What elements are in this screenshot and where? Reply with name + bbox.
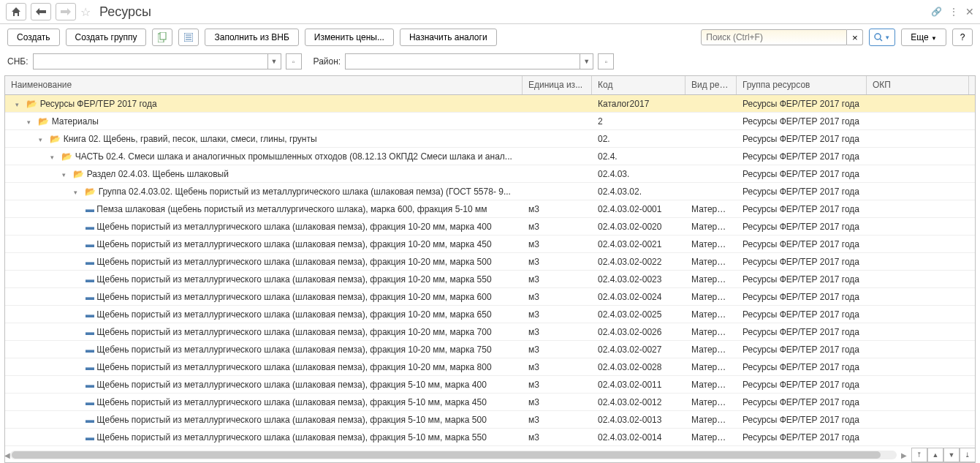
table-row[interactable]: ▬ Щебень пористый из металлургического ш… bbox=[5, 394, 975, 411]
region-dropdown[interactable]: ▼ bbox=[580, 54, 593, 69]
tree-toggle-icon[interactable]: ▾ bbox=[15, 101, 24, 108]
bottom-bar: ◀ ▶ ⤒ ▲ ▼ ⤓ bbox=[4, 447, 976, 463]
filter-bar: СНБ: ▼ ▫ Район: ▼ ▫ bbox=[0, 50, 980, 72]
folder-icon: 📂 bbox=[50, 134, 61, 144]
row-okp bbox=[867, 137, 969, 141]
row-unit: м3 bbox=[523, 413, 592, 427]
row-unit: м3 bbox=[523, 395, 592, 410]
link-icon[interactable]: 🔗 bbox=[931, 7, 942, 17]
fill-button[interactable]: Заполнить из ВНБ bbox=[205, 29, 298, 46]
row-unit: м3 bbox=[523, 342, 592, 357]
tree-toggle-icon[interactable]: ▾ bbox=[74, 189, 83, 196]
row-type bbox=[685, 189, 737, 194]
row-unit bbox=[523, 137, 592, 141]
table-row[interactable]: ▬ Щебень пористый из металлургического ш… bbox=[5, 288, 975, 306]
col-okp[interactable]: ОКП bbox=[867, 76, 969, 94]
row-unit: м3 bbox=[523, 272, 592, 287]
row-type: Материа... bbox=[685, 290, 737, 304]
more-button[interactable]: Еще ▼ bbox=[901, 29, 946, 46]
search-clear-button[interactable]: × bbox=[847, 29, 863, 45]
row-unit bbox=[523, 119, 592, 124]
row-type: Материа... bbox=[685, 413, 737, 427]
table-row[interactable]: ▬ Щебень пористый из металлургического ш… bbox=[5, 236, 975, 253]
item-icon: ▬ bbox=[86, 204, 94, 214]
home-button[interactable] bbox=[6, 3, 26, 20]
nav-up-button[interactable]: ▲ bbox=[927, 448, 943, 462]
search-input[interactable] bbox=[701, 29, 847, 45]
row-okp bbox=[867, 277, 969, 282]
col-group[interactable]: Группа ресурсов bbox=[737, 76, 867, 94]
row-okp bbox=[867, 365, 969, 369]
table-row[interactable]: ▬ Щебень пористый из металлургического ш… bbox=[5, 271, 975, 288]
region-input[interactable] bbox=[346, 54, 580, 69]
row-code: 02.4.03.02-0020 bbox=[592, 219, 685, 234]
scroll-left-icon[interactable]: ◀ bbox=[4, 451, 10, 459]
row-code: Каталог2017 bbox=[592, 97, 685, 111]
create-button[interactable]: Создать bbox=[7, 29, 60, 46]
row-group: Ресурсы ФЕР/ТЕР 2017 года bbox=[737, 149, 867, 164]
item-icon: ▬ bbox=[86, 239, 94, 249]
forward-button[interactable] bbox=[56, 3, 76, 20]
search-button[interactable]: ▼ bbox=[869, 29, 895, 46]
table-row[interactable]: ▾ 📂 Книга 02. Щебень, гравий, песок, шла… bbox=[5, 130, 975, 148]
tree-toggle-icon[interactable]: ▾ bbox=[27, 118, 36, 126]
row-code: 02.4.03.02-0027 bbox=[592, 342, 685, 357]
item-icon: ▬ bbox=[86, 397, 94, 407]
nav-down-button[interactable]: ▼ bbox=[943, 448, 960, 462]
nav-top-button[interactable]: ⤒ bbox=[911, 448, 927, 462]
col-unit[interactable]: Единица из... bbox=[523, 76, 592, 94]
copy-button[interactable] bbox=[152, 29, 172, 46]
item-icon: ▬ bbox=[86, 292, 94, 302]
row-type bbox=[685, 102, 737, 106]
table-row[interactable]: ▬ Щебень пористый из металлургического ш… bbox=[5, 429, 975, 446]
favorite-icon[interactable]: ☆ bbox=[80, 5, 91, 19]
region-open-button[interactable]: ▫ bbox=[598, 53, 614, 69]
nav-bottom-button[interactable]: ⤓ bbox=[960, 448, 976, 462]
create-group-button[interactable]: Создать группу bbox=[66, 29, 147, 46]
col-name[interactable]: Наименование bbox=[5, 76, 523, 94]
back-button[interactable] bbox=[31, 3, 51, 20]
close-icon[interactable]: ✕ bbox=[965, 6, 974, 18]
copy-icon bbox=[158, 32, 167, 42]
table-row[interactable]: ▾ 📂 Материалы2Ресурсы ФЕР/ТЕР 2017 года bbox=[5, 113, 975, 130]
tree-toggle-icon[interactable]: ▾ bbox=[50, 154, 59, 161]
grid-body[interactable]: ▾ 📂 Ресурсы ФЕР/ТЕР 2017 годаКаталог2017… bbox=[5, 95, 975, 453]
table-row[interactable]: ▬ Щебень пористый из металлургического ш… bbox=[5, 306, 975, 323]
snb-open-button[interactable]: ▫ bbox=[286, 53, 302, 69]
table-row[interactable]: ▬ Щебень пористый из металлургического ш… bbox=[5, 341, 975, 358]
table-row[interactable]: ▬ Пемза шлаковая (щебень пористый из мет… bbox=[5, 200, 975, 218]
nav-buttons: ⤒ ▲ ▼ ⤓ bbox=[911, 448, 976, 462]
table-row[interactable]: ▬ Щебень пористый из металлургического ш… bbox=[5, 358, 975, 376]
table-row[interactable]: ▬ Щебень пористый из металлургического ш… bbox=[5, 253, 975, 271]
table-row[interactable]: ▾ 📂 Ресурсы ФЕР/ТЕР 2017 годаКаталог2017… bbox=[5, 95, 975, 113]
tree-toggle-icon[interactable]: ▾ bbox=[62, 171, 71, 178]
table-row[interactable]: ▾ 📂 ЧАСТЬ 02.4. Смеси шлака и аналогичны… bbox=[5, 148, 975, 165]
row-okp bbox=[867, 172, 969, 176]
row-code: 02.4.03.02-0001 bbox=[592, 202, 685, 217]
tree-toggle-icon[interactable]: ▾ bbox=[39, 136, 48, 143]
snb-dropdown[interactable]: ▼ bbox=[267, 54, 281, 69]
scroll-right-icon[interactable]: ▶ bbox=[901, 451, 907, 459]
row-okp bbox=[867, 295, 969, 299]
table-row[interactable]: ▬ Щебень пористый из металлургического ш… bbox=[5, 376, 975, 394]
row-code: 02.4.03.02-0022 bbox=[592, 255, 685, 269]
row-name: Ресурсы ФЕР/ТЕР 2017 года bbox=[40, 99, 157, 109]
change-prices-button[interactable]: Изменить цены... bbox=[305, 29, 394, 46]
analogs-button[interactable]: Назначить аналоги bbox=[400, 29, 497, 46]
col-code[interactable]: Код bbox=[592, 76, 685, 94]
row-okp bbox=[867, 312, 969, 317]
menu-icon[interactable]: ⋮ bbox=[949, 7, 958, 17]
table-row[interactable]: ▬ Щебень пористый из металлургического ш… bbox=[5, 411, 975, 429]
horizontal-scrollbar[interactable] bbox=[10, 451, 897, 459]
table-row[interactable]: ▾ 📂 Раздел 02.4.03. Щебень шлаковый02.4.… bbox=[5, 165, 975, 183]
table-row[interactable]: ▬ Щебень пористый из металлургического ш… bbox=[5, 323, 975, 341]
folder-icon: 📂 bbox=[26, 99, 37, 109]
col-type[interactable]: Вид ресу... bbox=[685, 76, 737, 94]
table-row[interactable]: ▾ 📂 Группа 02.4.03.02. Щебень пористый и… bbox=[5, 183, 975, 200]
snb-input-wrap: ▼ bbox=[33, 53, 281, 69]
list-button[interactable] bbox=[178, 29, 199, 46]
snb-input[interactable] bbox=[34, 54, 267, 69]
table-row[interactable]: ▬ Щебень пористый из металлургического ш… bbox=[5, 218, 975, 236]
help-button[interactable]: ? bbox=[952, 29, 973, 46]
row-okp bbox=[867, 119, 969, 124]
